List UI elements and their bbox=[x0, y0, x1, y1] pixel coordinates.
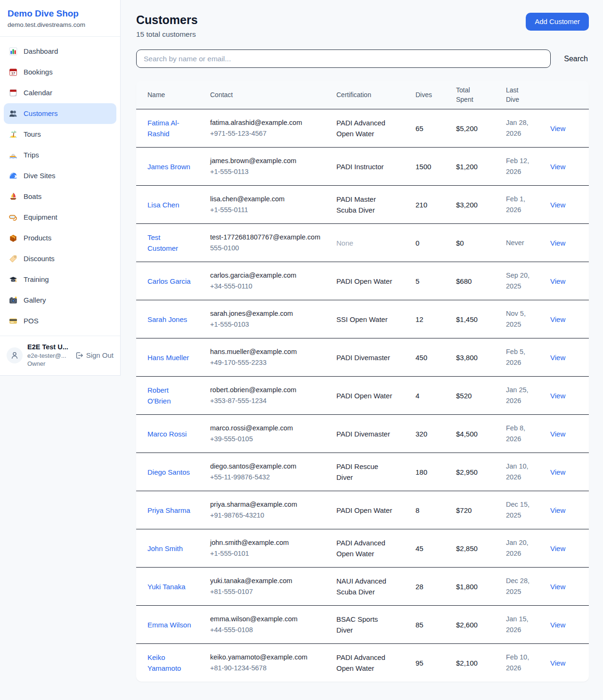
customer-phone: +49-170-555-2233 bbox=[210, 357, 325, 368]
customer-last-dive: Jan 20, 2026 bbox=[506, 537, 533, 559]
table-header: NameContactCertificationDivesTotal Spent… bbox=[136, 81, 589, 109]
view-link[interactable]: View bbox=[550, 354, 565, 362]
customer-name-link[interactable]: Lisa Chen bbox=[147, 199, 179, 210]
user-role: Owner bbox=[27, 360, 71, 368]
customer-last-dive: Feb 1, 2026 bbox=[506, 194, 533, 215]
sidebar-item-trips[interactable]: Trips bbox=[4, 145, 116, 165]
sidebar: Demo Dive Shop demo.test.divestreams.com… bbox=[0, 0, 121, 376]
customer-name-link[interactable]: Sarah Jones bbox=[147, 314, 187, 325]
search-button[interactable]: Search bbox=[563, 52, 589, 66]
sidebar-item-bookings[interactable]: 17Bookings bbox=[4, 62, 116, 82]
table-row: Priya Sharmapriya.sharma@example.com+91-… bbox=[136, 491, 589, 529]
sidebar-item-dashboard[interactable]: Dashboard bbox=[4, 41, 116, 62]
column-header-dives: Dives bbox=[410, 81, 450, 109]
customer-dives: 5 bbox=[410, 262, 450, 300]
sign-out-label: Sign Out bbox=[86, 351, 114, 359]
sidebar-item-dive-sites[interactable]: Dive Sites bbox=[4, 165, 116, 186]
island-icon bbox=[8, 130, 18, 139]
sidebar-item-label: Calendar bbox=[24, 87, 52, 99]
customer-email: diego.santos@example.com bbox=[210, 461, 325, 472]
view-link[interactable]: View bbox=[550, 583, 565, 591]
customer-name-link[interactable]: Hans Mueller bbox=[147, 352, 189, 363]
customer-name-link[interactable]: Marco Rossi bbox=[147, 428, 187, 439]
customer-email: carlos.garcia@example.com bbox=[210, 270, 325, 281]
view-link[interactable]: View bbox=[550, 201, 565, 209]
customer-name-link[interactable]: James Brown bbox=[147, 161, 190, 172]
customer-name-link[interactable]: Keiko Yamamoto bbox=[147, 652, 192, 674]
customer-name-link[interactable]: John Smith bbox=[147, 543, 183, 554]
add-customer-button[interactable]: Add Customer bbox=[526, 13, 589, 31]
dive-mask-icon bbox=[8, 213, 18, 222]
search-input[interactable] bbox=[136, 49, 551, 68]
sidebar-item-gallery[interactable]: Gallery bbox=[4, 290, 116, 311]
sidebar-item-discounts[interactable]: Discounts bbox=[4, 248, 116, 269]
customer-last-dive: Jan 15, 2026 bbox=[506, 614, 533, 635]
view-link[interactable]: View bbox=[550, 506, 565, 514]
customer-last-dive: Never bbox=[506, 238, 533, 248]
customer-certification: PADI Advanced Open Water bbox=[336, 537, 395, 559]
calendar-date-icon: 17 bbox=[8, 67, 18, 77]
sidebar-item-label: Dashboard bbox=[24, 46, 58, 57]
customer-total-spent: $2,850 bbox=[450, 529, 500, 568]
sidebar-item-label: Tours bbox=[24, 129, 41, 140]
customer-email: sarah.jones@example.com bbox=[210, 308, 325, 319]
sidebar-item-boats[interactable]: Boats bbox=[4, 186, 116, 207]
customer-last-dive: Jan 28, 2026 bbox=[506, 117, 533, 139]
view-link[interactable]: View bbox=[550, 468, 565, 476]
sidebar-item-pos[interactable]: POS bbox=[4, 311, 116, 331]
customer-certification: PADI Rescue Diver bbox=[336, 461, 395, 483]
shop-domain: demo.test.divestreams.com bbox=[8, 21, 113, 29]
view-link[interactable]: View bbox=[550, 544, 565, 552]
sidebar-item-products[interactable]: Products bbox=[4, 228, 116, 248]
customer-total-spent: $2,600 bbox=[450, 606, 500, 644]
sidebar-item-label: Customers bbox=[24, 108, 58, 119]
column-header-total-spent: Total Spent bbox=[450, 81, 500, 109]
customer-name-link[interactable]: Robert O'Brien bbox=[147, 385, 192, 406]
customer-certification: PADI Open Water bbox=[336, 276, 395, 287]
customer-name-link[interactable]: Priya Sharma bbox=[147, 505, 190, 516]
customer-certification: PADI Open Water bbox=[336, 390, 395, 401]
table-header-row: NameContactCertificationDivesTotal Spent… bbox=[136, 81, 589, 109]
view-link[interactable]: View bbox=[550, 430, 565, 438]
view-link[interactable]: View bbox=[550, 392, 565, 400]
shop-title: Demo Dive Shop bbox=[8, 8, 113, 19]
sidebar-item-calendar[interactable]: Calendar bbox=[4, 82, 116, 103]
customer-email: keiko.yamamoto@example.com bbox=[210, 652, 325, 663]
view-link[interactable]: View bbox=[550, 277, 565, 285]
customer-name-link[interactable]: Carlos Garcia bbox=[147, 276, 191, 287]
customer-name-link[interactable]: Yuki Tanaka bbox=[147, 581, 186, 592]
customer-name-link[interactable]: Diego Santos bbox=[147, 467, 190, 478]
customer-name-link[interactable]: Fatima Al-Rashid bbox=[147, 117, 192, 139]
table-row: Marco Rossimarco.rossi@example.com+39-55… bbox=[136, 415, 589, 453]
customer-total-spent: $4,500 bbox=[450, 415, 500, 453]
sidebar-item-training[interactable]: Training bbox=[4, 269, 116, 290]
sidebar-item-customers[interactable]: Customers bbox=[4, 103, 116, 124]
customer-email: test-1772681807767@example.com bbox=[210, 232, 325, 243]
sidebar-item-equipment[interactable]: Equipment bbox=[4, 207, 116, 228]
customer-name-link[interactable]: Emma Wilson bbox=[147, 619, 191, 630]
customer-phone: +55-11-99876-5432 bbox=[210, 472, 325, 483]
view-link[interactable]: View bbox=[550, 163, 565, 171]
customer-last-dive: Feb 8, 2026 bbox=[506, 423, 533, 445]
sidebar-item-tours[interactable]: Tours bbox=[4, 124, 116, 145]
customer-phone: +1-555-0113 bbox=[210, 166, 325, 177]
view-link[interactable]: View bbox=[550, 239, 565, 247]
table-row: Emma Wilsonemma.wilson@example.com+44-55… bbox=[136, 606, 589, 644]
people-icon bbox=[8, 109, 18, 118]
view-link[interactable]: View bbox=[550, 315, 565, 323]
title-block: Customers 15 total customers bbox=[136, 13, 198, 39]
customer-email: john.smith@example.com bbox=[210, 537, 325, 548]
column-header-name: Name bbox=[136, 81, 204, 109]
view-link[interactable]: View bbox=[550, 124, 565, 132]
customer-name-link[interactable]: Test Customer bbox=[147, 232, 192, 254]
customer-dives: 0 bbox=[410, 224, 450, 262]
view-link[interactable]: View bbox=[550, 621, 565, 629]
customer-phone: +34-555-0110 bbox=[210, 281, 325, 292]
customer-dives: 320 bbox=[410, 415, 450, 453]
sidebar-nav: Dashboard17BookingsCalendarCustomersTour… bbox=[0, 37, 120, 336]
sign-out-button[interactable]: Sign Out bbox=[75, 351, 114, 359]
table-row: John Smithjohn.smith@example.com+1-555-0… bbox=[136, 529, 589, 568]
customer-phone: +91-98765-43210 bbox=[210, 510, 325, 521]
customer-email: priya.sharma@example.com bbox=[210, 499, 325, 510]
view-link[interactable]: View bbox=[550, 659, 565, 667]
